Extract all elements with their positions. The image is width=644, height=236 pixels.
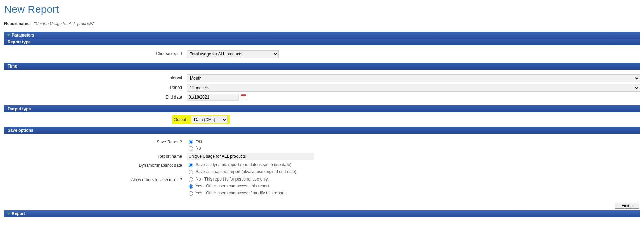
dynamic-radio[interactable] — [189, 163, 193, 167]
allow-others-label: Allow others to view report? — [4, 176, 187, 182]
save-no-radio[interactable] — [189, 146, 193, 151]
snapshot-option[interactable]: Save as snapshot report (always use orig… — [187, 169, 640, 174]
parameters-section-header[interactable]: Parameters — [4, 32, 640, 39]
end-date-label: End date — [4, 94, 187, 100]
output-highlight: Output Data (XML) — [172, 115, 230, 124]
allow-no-option[interactable]: No - This report is for personal use onl… — [187, 176, 640, 182]
dynamic-option-label: Save as dynamic report (end date is set … — [195, 162, 291, 167]
period-select[interactable]: 12 months — [187, 84, 640, 92]
output-type-subsection: Output type — [4, 105, 640, 112]
allow-yes-access-option[interactable]: Yes - Other users can access this report… — [187, 183, 640, 189]
save-yes-label: Yes — [195, 139, 202, 144]
save-report-name-input[interactable] — [187, 153, 314, 160]
allow-no-label: No - This report is for personal use onl… — [195, 177, 269, 182]
period-label: Period — [4, 84, 187, 90]
allow-yes-modify-option[interactable]: Yes - Other users can access / modify th… — [187, 190, 640, 196]
output-select[interactable]: Data (XML) — [191, 116, 228, 123]
end-date-input[interactable] — [187, 94, 239, 101]
interval-label: Interval — [4, 74, 187, 80]
snapshot-option-label: Save as snapshot report (always use orig… — [195, 169, 296, 174]
save-report-label: Save Report? — [4, 138, 187, 144]
time-subsection: Time — [4, 63, 640, 70]
save-no-option[interactable]: No — [187, 145, 640, 151]
save-options-subsection: Save options — [4, 127, 640, 134]
allow-yes-modify-label: Yes - Other users can access / modify th… — [195, 191, 286, 195]
allow-yes-access-label: Yes - Other users can access this report… — [195, 184, 270, 188]
choose-report-select[interactable]: Total usage for ALL products — [187, 50, 279, 58]
save-no-label: No — [195, 146, 201, 151]
choose-report-label: Choose report — [4, 50, 187, 56]
finish-button[interactable]: Finish — [615, 203, 639, 209]
report-name-label: Report name: — [4, 21, 31, 26]
save-yes-option[interactable]: Yes — [187, 138, 640, 144]
report-type-subsection: Report type — [4, 39, 640, 45]
calendar-icon[interactable] — [241, 94, 246, 100]
snapshot-radio[interactable] — [189, 170, 193, 174]
interval-select[interactable]: Month — [187, 74, 640, 82]
allow-yes-modify-radio[interactable] — [189, 191, 193, 196]
save-report-name-label: Report name — [4, 153, 187, 159]
output-label: Output — [172, 117, 191, 122]
page-title: New Report — [4, 3, 640, 15]
allow-yes-access-radio[interactable] — [189, 184, 193, 189]
report-name-display: Report name: "Unique Usage for ALL produ… — [4, 21, 640, 26]
allow-no-radio[interactable] — [189, 177, 193, 182]
report-name-value: "Unique Usage for ALL products" — [34, 21, 94, 26]
dynamic-option[interactable]: Save as dynamic report (end date is set … — [187, 162, 640, 167]
save-yes-radio[interactable] — [189, 140, 193, 144]
dynamic-snapshot-label: Dynamic/snapshot date — [4, 162, 187, 168]
report-section-header[interactable]: Report — [4, 210, 640, 217]
